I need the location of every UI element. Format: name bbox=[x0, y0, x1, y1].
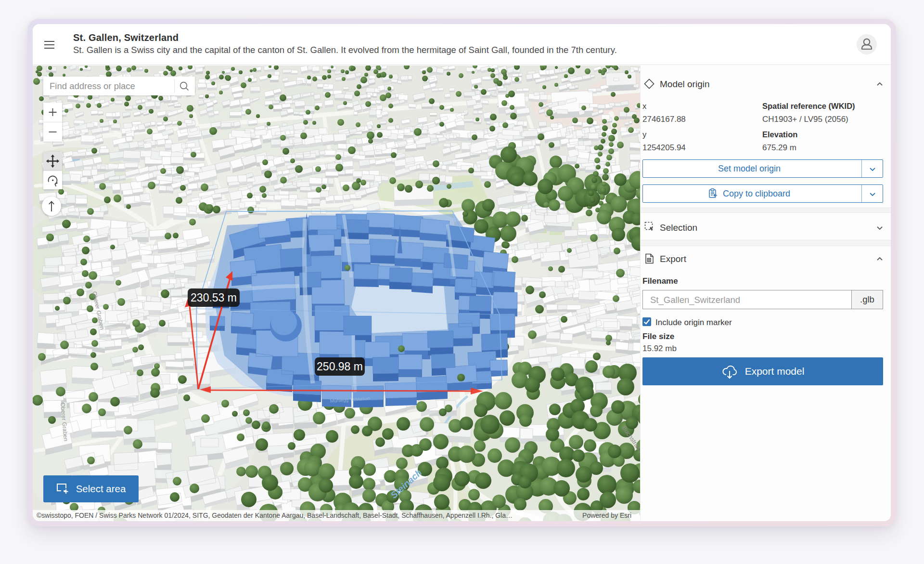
svg-text:230.53 m: 230.53 m bbox=[191, 291, 237, 304]
svg-text:250.98 m: 250.98 m bbox=[317, 360, 363, 373]
